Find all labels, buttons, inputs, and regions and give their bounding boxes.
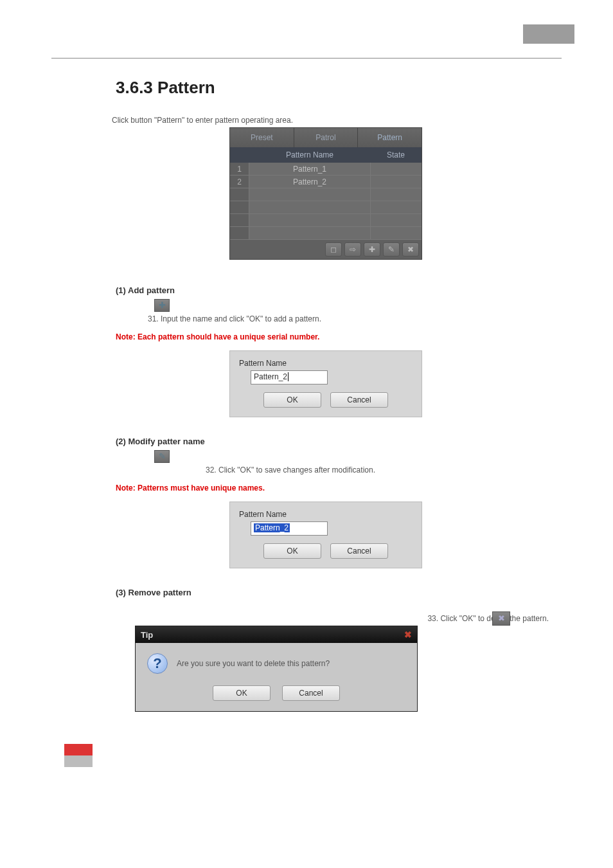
- tip-message: Are you sure you want to delete this pat…: [177, 659, 330, 668]
- add-pattern-title: (1) Add pattern: [116, 285, 536, 295]
- tip-title: Tip: [141, 630, 153, 640]
- delete-icon: ✖: [492, 611, 510, 626]
- row-state: [370, 176, 422, 188]
- tab-pattern[interactable]: Pattern: [358, 128, 422, 147]
- pattern-name-label: Pattern Name: [239, 510, 413, 519]
- add-icon: ✚: [154, 299, 170, 312]
- col-pattern-name: Pattern Name: [249, 147, 370, 163]
- note-unique-serial: Note: Each pattern should have a unique …: [116, 332, 536, 341]
- pattern-name-input[interactable]: Pattern_2: [251, 521, 328, 536]
- cancel-button[interactable]: Cancel: [330, 392, 388, 408]
- cancel-button[interactable]: Cancel: [330, 543, 388, 559]
- section-heading: 3.6.3 Pattern: [116, 78, 536, 98]
- footer-decorative-block: [64, 744, 93, 767]
- remove-pattern-title: (3) Remove pattern: [116, 588, 536, 597]
- row-name: Pattern_2: [249, 176, 370, 188]
- panel-toolbar: ◻ ⇨ ✚ ✎ ✖: [230, 240, 422, 259]
- pattern-panel: Preset Patrol Pattern Pattern Name State…: [229, 127, 422, 260]
- intro-text: Click button "Pattern" to enter pattern …: [112, 116, 536, 125]
- row-index: 2: [230, 176, 249, 188]
- table-row: .: [230, 214, 422, 227]
- stop-icon[interactable]: ◻: [325, 242, 342, 257]
- col-state: State: [370, 147, 422, 163]
- pattern-name-label: Pattern Name: [239, 359, 413, 368]
- step-31: 31. Input the name and click "OK" to add…: [148, 314, 536, 323]
- row-state: [370, 163, 422, 175]
- tab-preset[interactable]: Preset: [230, 128, 294, 147]
- table-row: .: [230, 188, 422, 201]
- question-icon: ?: [147, 653, 168, 674]
- modify-pattern-title: (2) Modify patter name: [116, 437, 536, 446]
- top-decorative-block: [523, 24, 574, 44]
- pattern-name-input[interactable]: Pattern_2: [251, 370, 328, 384]
- step-33: 33. Click "OK" to delete the pattern.: [116, 614, 549, 623]
- step-32: 32. Click "OK" to save changes after mod…: [206, 466, 536, 475]
- cancel-button[interactable]: Cancel: [282, 685, 340, 701]
- play-icon[interactable]: ⇨: [344, 242, 361, 257]
- tip-dialog: Tip ✖ ? Are you sure you want to delete …: [135, 626, 418, 712]
- note-unique-names: Note: Patterns must have unique names.: [116, 484, 536, 493]
- close-icon[interactable]: ✖: [404, 629, 412, 640]
- row-name: Pattern_1: [249, 163, 370, 175]
- table-row[interactable]: 1 Pattern_1: [230, 163, 422, 176]
- row-index: 1: [230, 163, 249, 175]
- tip-titlebar: Tip ✖: [136, 626, 417, 643]
- table-row: .: [230, 201, 422, 214]
- ok-button[interactable]: OK: [263, 543, 321, 559]
- edit-icon[interactable]: ✎: [383, 242, 400, 257]
- panel-tabs: Preset Patrol Pattern: [230, 128, 422, 147]
- delete-icon[interactable]: ✖: [402, 242, 419, 257]
- tab-patrol[interactable]: Patrol: [294, 128, 359, 147]
- add-pattern-dialog: Pattern Name Pattern_2 OK Cancel: [229, 350, 422, 417]
- remove-pattern-area: ✖ 33. Click "OK" to delete the pattern. …: [116, 614, 536, 712]
- modify-pattern-dialog: Pattern Name Pattern_2 OK Cancel: [229, 502, 422, 568]
- add-icon[interactable]: ✚: [364, 242, 380, 257]
- ok-button[interactable]: OK: [213, 685, 271, 701]
- pattern-table-header: Pattern Name State: [230, 147, 422, 163]
- edit-icon: ✎: [154, 450, 170, 463]
- ok-button[interactable]: OK: [263, 392, 321, 408]
- table-row: .: [230, 227, 422, 240]
- table-row[interactable]: 2 Pattern_2: [230, 176, 422, 188]
- pattern-table-body: 1 Pattern_1 2 Pattern_2 . . . .: [230, 163, 422, 240]
